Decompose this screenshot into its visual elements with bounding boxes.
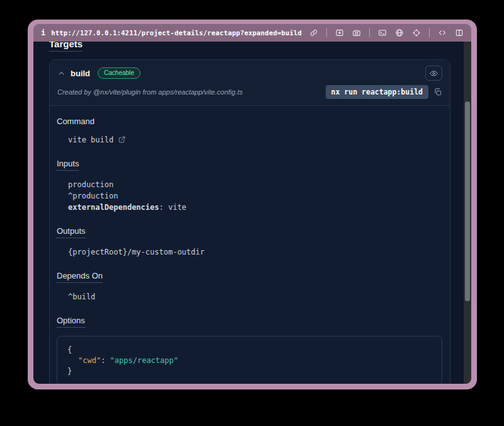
code-icon[interactable] [438,28,447,37]
build-card-header-block: build Cacheable Created by @nx/vite/plug… [50,60,450,106]
vertical-scrollbar[interactable] [464,42,471,384]
outputs-section: Outputs {projectRoot}/my-custom-outdir [57,226,442,258]
input-item: externalDependencies: vite [68,202,442,213]
options-section: Options { "cwd": "apps/reactapp" } [57,316,442,384]
options-heading: Options [57,316,442,328]
project-details-content: Targets build Cacheable Created by @nx/v… [33,42,464,384]
copy-icon [433,88,442,96]
browser-toolbar: i http://127.0.0.1:4211/project-details/… [33,24,471,42]
json-line: "cwd": "apps/reactapp" [67,355,432,366]
command-heading: Command [57,117,442,126]
toolbar-divider [326,28,327,37]
page-viewport: Targets build Cacheable Created by @nx/v… [33,42,471,384]
input-item: production [68,179,442,190]
chevron-up-icon[interactable] [57,69,66,78]
output-item: {projectRoot}/my-custom-outdir [68,246,442,258]
globe-icon[interactable] [395,28,404,37]
depends-on-section: Depends On ^build [57,271,442,302]
json-line: } [67,366,432,377]
link-icon[interactable] [309,28,318,37]
command-section: Command vite build [57,117,442,146]
eye-icon [429,69,438,78]
download-icon[interactable] [335,28,344,37]
build-card-subheader: Created by @nx/vite/plugin from apps/rea… [50,83,450,105]
view-target-graph-button[interactable] [425,66,442,81]
inputs-heading: Inputs [57,159,442,171]
inputs-section: Inputs production ^production externalDe… [57,159,442,213]
info-icon: i [41,28,45,37]
terminal-icon[interactable] [378,28,387,37]
open-command-link[interactable] [118,135,126,144]
command-value: vite build [68,134,442,146]
camera-icon[interactable] [352,28,361,37]
depends-on-item: ^build [68,291,442,302]
crosshair-icon[interactable] [412,28,421,37]
copy-command-button[interactable] [433,88,442,96]
created-by-text: Created by @nx/vite/plugin from apps/rea… [57,88,243,96]
url-bar[interactable]: http://127.0.0.1:4211/project-details/re… [51,29,302,37]
json-line: { [67,345,432,355]
panel-icon[interactable] [455,28,464,37]
depends-on-heading: Depends On [57,271,442,283]
options-json-block: { "cwd": "apps/reactapp" } [57,336,442,384]
cacheable-badge: Cacheable [98,67,140,79]
target-name-build: build [71,69,90,78]
page-title: Targets [49,42,450,52]
run-command-chip: nx run reactapp:build [326,85,428,99]
outputs-heading: Outputs [57,226,442,238]
toolbar-divider [429,28,430,37]
input-item: ^production [68,190,442,202]
target-card-build: build Cacheable Created by @nx/vite/plug… [49,59,450,384]
build-card-header[interactable]: build Cacheable [50,60,450,83]
scrollbar-thumb[interactable] [465,101,470,301]
browser-window: i http://127.0.0.1:4211/project-details/… [28,20,477,389]
build-card-body: Command vite build Inputs production ^pr… [50,106,450,384]
external-link-icon [118,135,126,144]
toolbar-divider [369,28,370,37]
